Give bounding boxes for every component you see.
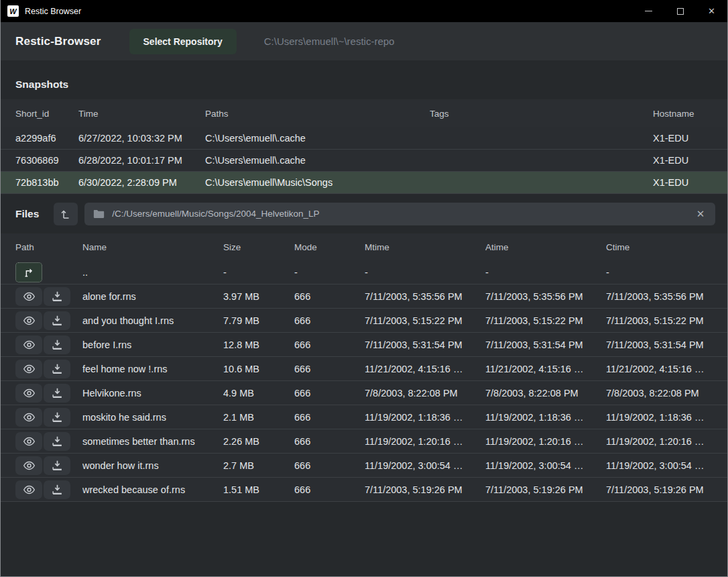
col-paths: Paths	[205, 109, 430, 119]
snapshot-row-selected[interactable]: 72b813bb 6/30/2022, 2:28:09 PM C:\Users\…	[1, 172, 727, 194]
download-icon	[52, 315, 63, 325]
snapshot-time: 6/28/2022, 10:01:17 PM	[78, 155, 205, 166]
repository-path: C:\Users\emuell\~\restic-repo	[264, 36, 395, 47]
empty-area	[1, 502, 727, 576]
file-mtime: 11/19/2002, 1:18:36 …	[365, 412, 485, 423]
snapshot-row[interactable]: 76306869 6/28/2022, 10:01:17 PM C:\Users…	[1, 150, 727, 172]
snapshot-hostname: X1-EDU	[653, 133, 713, 144]
go-to-root-button[interactable]	[54, 203, 78, 225]
preview-button[interactable]	[15, 287, 42, 306]
file-mode: 666	[294, 388, 365, 399]
file-name: ..	[82, 267, 223, 278]
download-button[interactable]	[44, 360, 70, 378]
file-atime: 7/11/2003, 5:35:56 PM	[485, 291, 606, 302]
file-mode: 666	[294, 339, 365, 350]
file-row: wonder how it.rns 2.7 MB 666 11/19/2002,…	[1, 454, 727, 478]
download-button[interactable]	[44, 480, 70, 499]
close-button[interactable]: ✕	[696, 0, 727, 22]
file-mtime: 11/19/2002, 1:20:16 …	[365, 436, 485, 447]
preview-button[interactable]	[15, 384, 42, 403]
file-name: Helvikone.rns	[82, 388, 223, 399]
file-size: 2.26 MB	[223, 436, 294, 447]
file-name: before I.rns	[82, 339, 223, 350]
file-ctime: 7/11/2003, 5:15:22 PM	[606, 315, 713, 326]
download-button[interactable]	[44, 456, 70, 475]
preview-button[interactable]	[15, 408, 42, 427]
download-button[interactable]	[44, 384, 70, 403]
file-mtime: 11/19/2002, 3:00:54 …	[365, 460, 485, 471]
folder-icon	[93, 209, 105, 219]
col-name: Name	[82, 242, 223, 252]
file-mtime: 11/21/2002, 4:15:16 …	[365, 364, 485, 374]
file-atime: 7/11/2003, 5:19:26 PM	[485, 484, 606, 495]
file-mtime: 7/8/2003, 8:22:08 PM	[365, 388, 485, 399]
file-size: -	[223, 267, 294, 278]
file-mtime: 7/11/2003, 5:15:22 PM	[365, 315, 485, 326]
eye-icon	[23, 292, 36, 301]
preview-button[interactable]	[15, 360, 42, 378]
files-heading: Files	[15, 208, 39, 220]
file-size: 3.97 MB	[223, 291, 294, 302]
current-path-bar[interactable]: /C:/Users/emuell/Music/Songs/2004_Helvet…	[84, 203, 715, 225]
file-size: 7.79 MB	[223, 315, 294, 326]
preview-button[interactable]	[15, 311, 42, 330]
window-title: Restic Browser	[25, 7, 81, 16]
clear-icon: ✕	[696, 208, 705, 220]
file-row: alone for.rns 3.97 MB 666 7/11/2003, 5:3…	[1, 284, 727, 309]
file-atime: -	[485, 267, 606, 278]
file-size: 12.8 MB	[223, 339, 294, 350]
snapshot-hostname: X1-EDU	[653, 155, 713, 166]
file-ctime: 11/19/2002, 3:00:54 …	[606, 460, 713, 471]
file-ctime: 7/11/2003, 5:19:26 PM	[606, 484, 713, 495]
col-tags: Tags	[430, 109, 653, 119]
download-button[interactable]	[44, 335, 70, 354]
col-time: Time	[78, 109, 205, 119]
file-mtime: -	[365, 267, 485, 278]
col-mtime: Mtime	[365, 242, 485, 252]
file-mode: 666	[294, 412, 365, 423]
file-size: 4.9 MB	[223, 388, 294, 399]
maximize-button[interactable]	[664, 0, 696, 22]
col-path: Path	[15, 242, 82, 252]
preview-button[interactable]	[15, 335, 42, 354]
file-name: sometimes better than.rns	[82, 436, 223, 447]
preview-button[interactable]	[15, 480, 42, 499]
col-hostname: Hostname	[653, 109, 713, 119]
download-button[interactable]	[44, 408, 70, 427]
file-mode: -	[294, 267, 365, 278]
file-row: wrecked because of.rns 1.51 MB 666 7/11/…	[1, 478, 727, 502]
col-ctime: Ctime	[606, 242, 713, 252]
eye-icon	[23, 485, 36, 494]
file-mode: 666	[294, 291, 365, 302]
snapshots-table-header: Short_id Time Paths Tags Hostname	[1, 99, 727, 127]
eye-icon	[23, 316, 36, 325]
download-button[interactable]	[44, 432, 70, 451]
go-parent-button[interactable]	[15, 262, 42, 282]
snapshot-short-id: 72b813bb	[15, 177, 78, 188]
preview-button[interactable]	[15, 432, 42, 451]
file-mode: 666	[294, 484, 365, 495]
files-section-header: Files /C:/Users/emuell/Music/Songs/2004_…	[1, 194, 727, 233]
file-ctime: 7/11/2003, 5:35:56 PM	[606, 291, 713, 302]
select-repository-button[interactable]: Select Repository	[129, 29, 237, 54]
file-atime: 11/19/2002, 1:20:16 …	[485, 436, 606, 447]
maximize-icon	[677, 8, 684, 15]
file-name: wonder how it.rns	[82, 460, 223, 471]
file-mtime: 7/11/2003, 5:35:56 PM	[365, 291, 485, 302]
file-ctime: -	[606, 267, 713, 278]
file-ctime: 7/8/2003, 8:22:08 PM	[606, 388, 713, 399]
wails-logo-icon: W	[7, 5, 19, 17]
snapshot-row[interactable]: a2299af6 6/27/2022, 10:03:32 PM C:\Users…	[1, 127, 727, 150]
clear-path-button[interactable]: ✕	[692, 206, 709, 222]
file-ctime: 11/21/2002, 4:15:16 …	[606, 364, 713, 374]
preview-button[interactable]	[15, 456, 42, 475]
download-button[interactable]	[44, 287, 70, 306]
file-mtime: 7/11/2003, 5:19:26 PM	[365, 484, 485, 495]
snapshot-paths: C:\Users\emuell\.cache	[205, 155, 430, 166]
minimize-button[interactable]	[633, 0, 664, 22]
download-button[interactable]	[44, 311, 70, 330]
snapshot-short-id: a2299af6	[15, 133, 78, 144]
app-title: Restic-Browser	[15, 35, 101, 48]
minimize-icon	[645, 11, 652, 11]
current-path-text: /C:/Users/emuell/Music/Songs/2004_Helvet…	[112, 209, 685, 219]
